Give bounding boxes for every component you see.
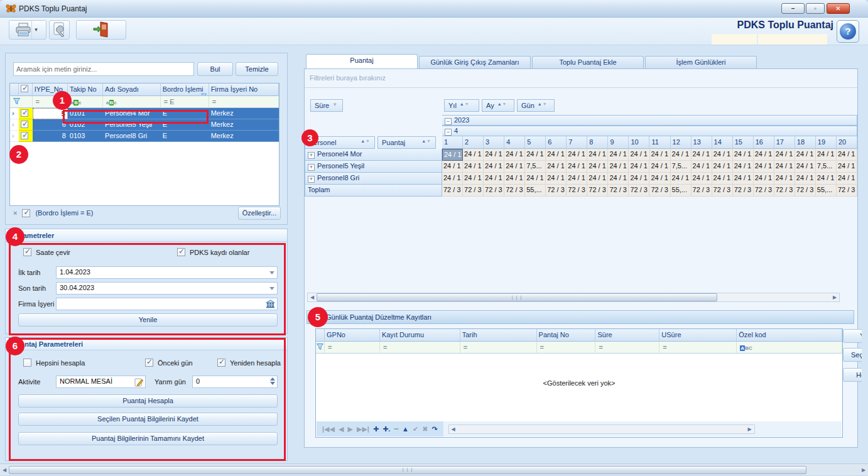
filter-funnel-icon[interactable] — [316, 342, 325, 354]
tab-i-lem-g-nl-kleri[interactable]: İşlem Günlükleri — [645, 56, 757, 68]
pivot-cell[interactable]: 24 / 1 — [546, 173, 567, 185]
nav-post-icon[interactable]: ✔ — [413, 425, 418, 433]
cell[interactable]: Personel5 Yeşil — [103, 119, 161, 131]
collapse-icon[interactable]: − — [445, 118, 452, 125]
column-header[interactable]: Tarih — [460, 329, 537, 342]
table-row[interactable]: ›50101Personel4 MorEMerkez — [10, 108, 279, 119]
scroll-left-icon[interactable]: ◀ — [308, 293, 317, 301]
pivot-cell[interactable]: 24 / 1 — [671, 149, 692, 161]
pivot-cell[interactable]: 24 / 1 — [754, 149, 774, 161]
collapse-icon[interactable]: − — [445, 129, 452, 136]
pivot-day-header[interactable]: 9 — [608, 136, 629, 149]
maximize-button[interactable]: ▫ — [806, 3, 825, 14]
cell[interactable]: 6 — [33, 119, 68, 131]
pivot-cell[interactable]: 24 / 1 — [484, 149, 504, 161]
pivot-cell[interactable]: 24 / 1 — [712, 161, 733, 173]
pivot-day-header[interactable]: 11 — [649, 136, 670, 149]
pivot-field-gun[interactable]: Gün ▲▼ — [517, 99, 555, 112]
column-header[interactable]: Bordro İşlemi — [161, 84, 209, 96]
pivot-month-band[interactable]: −4 — [442, 126, 857, 136]
nav-delete-icon[interactable]: ━ — [394, 425, 398, 433]
filter-close-icon[interactable]: × — [13, 209, 17, 217]
filter-funnel-icon[interactable] — [10, 96, 33, 108]
column-header[interactable]: Pantaj No — [537, 329, 596, 342]
pivot-cell[interactable]: 72 / 3 — [733, 185, 754, 197]
filter-cell[interactable]: = — [380, 342, 460, 354]
pivot-cell[interactable]: 72 / 3 — [649, 185, 670, 197]
pivot-day-header[interactable]: 14 — [712, 136, 733, 149]
pivot-cell[interactable]: 24 / 1 — [608, 149, 629, 161]
scroll-right-icon[interactable]: ▶ — [746, 425, 754, 433]
tamamini-kaydet-button[interactable]: Puantaj Bilgilerinin Tamamını Kaydet — [18, 432, 278, 445]
nav-add-child-icon[interactable]: ✚. — [382, 425, 390, 433]
filter-cell[interactable]: = — [325, 342, 380, 354]
pivot-cell[interactable]: 24 / 1 — [692, 161, 712, 173]
pivot-cell[interactable]: 24 / 1 — [546, 161, 567, 173]
pivot-cell[interactable]: 24 / 1 — [525, 149, 546, 161]
pivot-row-header[interactable]: +Personel5 Yeşil — [305, 161, 442, 173]
pivot-cell[interactable]: 24 / 1 — [774, 149, 795, 161]
pivot-cell[interactable]: 24 / 1 — [567, 161, 587, 173]
pivot-cell[interactable]: 72 / 3 — [837, 185, 857, 197]
pivot-day-header[interactable]: 5 — [525, 136, 546, 149]
pivot-cell[interactable]: 24 / 1 — [587, 173, 608, 185]
pivot-cell[interactable]: 72 / 3 — [712, 185, 733, 197]
column-header[interactable]: Özel kod — [737, 329, 842, 342]
pivot-cell[interactable]: 24 / 1 — [525, 173, 546, 185]
tab-g-nl-k-giri-k-zamanlar-[interactable]: Günlük Giriş Çıkış Zamanları — [419, 56, 531, 68]
scrollbar-thumb[interactable]: ❘❘❘ — [317, 293, 717, 301]
yeniden-hesapla-checkbox[interactable] — [217, 359, 225, 367]
pivot-cell[interactable]: 24 / 1 — [587, 161, 608, 173]
spinner-arrows[interactable] — [270, 377, 275, 385]
first-date-combo[interactable]: 1.04.2023 — [56, 266, 278, 279]
find-button[interactable]: Bul — [197, 62, 233, 76]
pivot-cell[interactable]: 24 / 1 — [504, 173, 525, 185]
cell[interactable]: E — [161, 108, 209, 119]
spin-down-icon[interactable] — [270, 382, 275, 385]
column-header[interactable]: Takip No — [68, 84, 103, 96]
pivot-cell[interactable]: 24 / 1 — [567, 149, 587, 161]
side-button-3[interactable]: Hes — [843, 368, 862, 382]
onceki-gun-checkbox[interactable] — [145, 359, 153, 367]
pivot-cell[interactable]: 24 / 1 — [587, 149, 608, 161]
pivot-row-header[interactable]: +Personel8 Gri — [305, 173, 442, 185]
pivot-cell[interactable]: 24 / 1 — [629, 149, 649, 161]
pivot-cell[interactable]: 24 / 1 — [608, 173, 629, 185]
refresh-button[interactable]: Yenile — [18, 313, 278, 327]
pivot-cell[interactable]: 72 / 3 — [463, 185, 484, 197]
pivot-cell[interactable]: 24 / 1 — [795, 149, 816, 161]
chevron-down-icon[interactable] — [269, 287, 274, 290]
pivot-cell[interactable]: 24 / 1 — [733, 161, 754, 173]
cell[interactable]: Merkez — [209, 131, 279, 142]
pivot-row-header[interactable]: +Personel4 Mor — [305, 149, 442, 161]
nav-add-icon[interactable]: ✚ — [373, 425, 379, 433]
pivot-cell[interactable]: 24 / 1 — [463, 173, 484, 185]
pivot-cell[interactable]: 24 / 1 — [837, 149, 857, 161]
customize-button[interactable]: Özelleştir... — [238, 207, 281, 220]
pivot-cell[interactable]: 24 / 1 — [692, 173, 712, 185]
table-row[interactable]: ›60102Personel5 YeşilEMerkez — [10, 119, 279, 131]
pivot-cell[interactable]: 24 / 1 — [649, 173, 670, 185]
pivot-cell[interactable]: 24 / 1 — [774, 173, 795, 185]
nav-first-icon[interactable]: |◀◀ — [322, 425, 335, 433]
side-button-2[interactable]: Seçilen — [843, 348, 862, 362]
pivot-cell[interactable]: 24 / 1 — [774, 161, 795, 173]
pivot-cell[interactable]: 24 / 1 — [504, 149, 525, 161]
pivot-day-header[interactable]: 6 — [546, 136, 567, 149]
select-all-checkbox[interactable] — [19, 84, 33, 96]
pivot-cell[interactable]: 24 / 1 — [754, 161, 774, 173]
pivot-cell[interactable]: 24 / 1 — [795, 173, 816, 185]
window-h-scrollbar[interactable]: ◀ ❘❘❘ ▶ — [0, 463, 868, 475]
scrollbar-thumb[interactable]: ❘❘❘ — [9, 466, 806, 474]
cell[interactable]: 0103 — [68, 131, 103, 142]
cell[interactable]: E — [161, 131, 209, 142]
pivot-cell[interactable]: 24 / 1 — [837, 173, 857, 185]
pivot-day-header[interactable]: 20 — [837, 136, 857, 149]
filter-drop-zone[interactable]: Filtreleri buraya bırakınız — [305, 69, 857, 88]
pivot-cell[interactable]: 7,5... — [671, 161, 692, 173]
pivot-cell[interactable]: 24 / 1 — [837, 161, 857, 173]
pivot-h-scrollbar[interactable]: ◀ ❘❘❘ ▶ — [307, 293, 840, 302]
cell[interactable]: 8 — [33, 131, 68, 142]
yarim-gun-spinner[interactable]: 0 — [192, 376, 278, 388]
filter-cell[interactable]: = E — [161, 96, 209, 108]
